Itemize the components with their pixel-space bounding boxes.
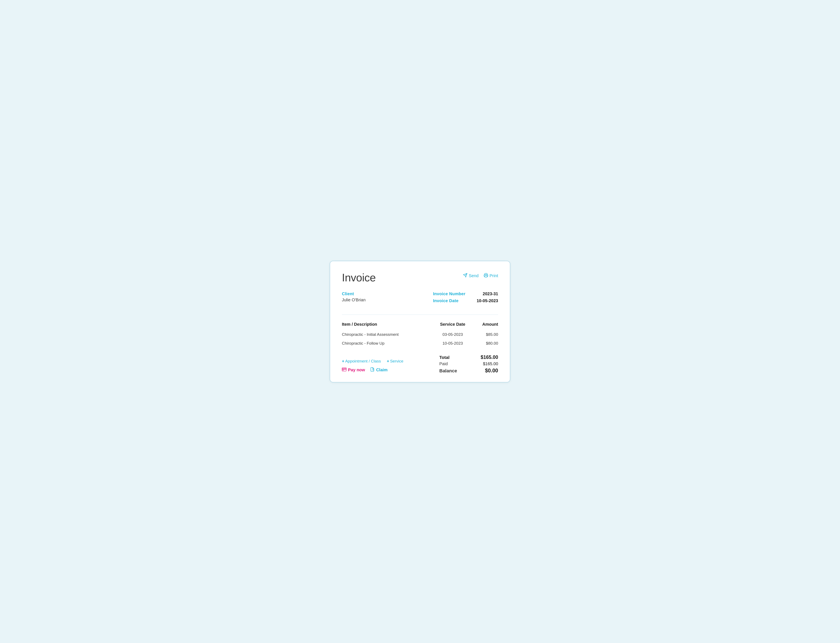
invoice-meta: Invoice Number 2023-31 Invoice Date 10-0…	[433, 291, 498, 303]
left-bottom: + Appointment / Class + Service	[342, 357, 404, 374]
svg-rect-0	[485, 273, 487, 274]
print-button[interactable]: Print	[483, 273, 498, 279]
svg-rect-4	[342, 369, 346, 369]
invoice-header: Invoice Send	[342, 271, 498, 284]
pay-now-button[interactable]: Pay now	[342, 367, 365, 372]
invoice-card: Invoice Send	[330, 261, 510, 382]
add-appointment-button[interactable]: + Appointment / Class	[342, 359, 381, 364]
item-amount: $80.00	[473, 339, 498, 348]
svg-rect-1	[485, 276, 487, 277]
totals-block: Total $165.00 Paid $165.00 Balance $0.00	[440, 354, 498, 374]
paid-value: $165.00	[479, 361, 498, 366]
balance-label: Balance	[440, 368, 457, 374]
claim-label: Claim	[376, 367, 387, 372]
add-service-button[interactable]: + Service	[387, 359, 404, 364]
bottom-section: + Appointment / Class + Service	[342, 354, 498, 374]
add-buttons-row: + Appointment / Class + Service	[342, 359, 404, 364]
col-description: Item / Description	[342, 320, 433, 330]
svg-point-2	[487, 275, 487, 276]
pay-now-icon	[342, 367, 347, 372]
table-header-row: Item / Description Service Date Amount	[342, 320, 498, 330]
print-icon	[483, 273, 488, 279]
total-row: Total $165.00	[440, 354, 498, 360]
total-value: $165.00	[479, 354, 498, 360]
balance-row: Balance $0.00	[440, 367, 498, 374]
pay-actions: Pay now Claim	[342, 367, 404, 374]
send-label: Send	[469, 273, 479, 278]
invoice-date-label: Invoice Date	[433, 299, 467, 303]
item-amount: $85.00	[473, 330, 498, 339]
col-amount: Amount	[473, 320, 498, 330]
item-service-date: 03-05-2023	[433, 330, 473, 339]
item-description: Chiropractic - Follow Up	[342, 339, 433, 348]
invoice-number-label: Invoice Number	[433, 291, 467, 296]
add-service-label: Service	[390, 359, 403, 364]
client-block: Client Julie O'Brian	[342, 291, 366, 303]
client-label: Client	[342, 291, 366, 296]
send-icon	[463, 273, 467, 279]
info-section: Client Julie O'Brian Invoice Number 2023…	[342, 291, 498, 305]
plus-icon-service: +	[387, 359, 389, 364]
invoice-number-value: 2023-31	[475, 291, 498, 296]
pay-now-label: Pay now	[348, 367, 365, 372]
svg-rect-5	[342, 370, 344, 370]
add-appointment-label: Appointment / Class	[345, 359, 381, 364]
paid-row: Paid $165.00	[440, 361, 498, 366]
balance-value: $0.00	[479, 367, 498, 374]
print-label: Print	[490, 273, 498, 278]
invoice-title: Invoice	[342, 271, 376, 284]
paid-label: Paid	[440, 361, 448, 366]
table-row: Chiropractic - Initial Assessment 03-05-…	[342, 330, 498, 339]
claim-button[interactable]: Claim	[370, 367, 387, 373]
client-name: Julie O'Brian	[342, 297, 366, 302]
table-row: Chiropractic - Follow Up 10-05-2023 $80.…	[342, 339, 498, 348]
claim-icon	[370, 367, 374, 373]
total-label: Total	[440, 355, 449, 360]
plus-icon-appointment: +	[342, 359, 344, 364]
send-button[interactable]: Send	[463, 273, 479, 279]
item-description: Chiropractic - Initial Assessment	[342, 330, 433, 339]
item-service-date: 10-05-2023	[433, 339, 473, 348]
invoice-date-value: 10-05-2023	[475, 299, 498, 303]
header-actions: Send Print	[463, 271, 498, 279]
col-service-date: Service Date	[433, 320, 473, 330]
invoice-date-row: Invoice Date 10-05-2023	[433, 299, 498, 303]
items-table: Item / Description Service Date Amount C…	[342, 320, 498, 348]
invoice-number-row: Invoice Number 2023-31	[433, 291, 498, 296]
